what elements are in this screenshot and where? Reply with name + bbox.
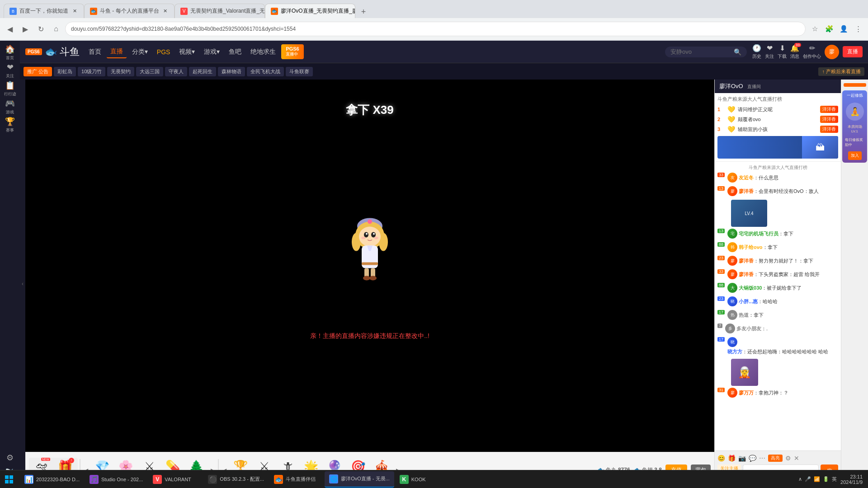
forward-button[interactable]: ▶ [19,23,32,35]
promo-7[interactable]: 森林物语 [218,67,245,76]
nav-game[interactable]: 游戏▾ [200,46,223,58]
app-icon-liaoyang: 🌐 [329,474,338,483]
chat-message-7: 88 大 大锅饭030：被子妮给拿下了 [717,283,838,293]
svg-point-5 [359,226,381,246]
nav-history-btn[interactable]: 🕐 历史 [752,44,761,60]
nav-live[interactable]: 直播 [107,46,127,58]
address-bar[interactable]: douyu.com/5976822?dyshid=db32180-8ae9a07… [65,22,806,36]
taskbar-lang-icon[interactable]: 英 [832,476,837,483]
avatar-7: 大 [727,283,737,293]
new-badge: NEW [41,458,50,461]
tab-close-baidu[interactable]: ✕ [71,8,78,15]
sidebar-item-games[interactable]: 🎮 游戏 [2,99,18,115]
sidebar-item-follow[interactable]: ❤ 关注 [2,62,18,79]
tab-liaoyang-active[interactable]: 🐟 廖洋OvO直播_无畏契约直播_廖... ✕ [265,4,355,18]
tab-valorant[interactable]: V 无畏契约直播_Valorant直播_无... ✕ [175,4,265,18]
bookmark-button[interactable]: ☆ [808,23,821,35]
taskbar-mic-icon[interactable]: 🎤 [805,476,811,482]
start-button[interactable] [0,470,18,488]
tab-baidu[interactable]: B 百度一下，你就知道 ✕ [4,4,84,18]
nav-survival[interactable]: 绝地求生 [247,46,279,58]
app-icon-douyu-companion: 🐟 [274,475,283,484]
search-input[interactable] [670,48,734,55]
content-area: ‹ 拿下 X39 [20,80,868,488]
camera-tool-button[interactable]: 📷 [738,455,746,462]
taskbar-app-douyu-companion[interactable]: 🐟 斗鱼直播伴侣 [269,471,324,488]
nav-video[interactable]: 视频▾ [175,46,198,58]
home-button[interactable]: ⌂ [50,23,62,35]
profile-button[interactable]: 👤 [837,23,850,35]
taskbar-wifi-icon[interactable]: 📶 [814,476,820,482]
promo-3[interactable]: 无畏契约 [107,67,134,76]
nav-search-box[interactable]: 🔍 [665,47,747,57]
tab-douyu-main[interactable]: 🐟 斗鱼 - 每个人的直播平台 ✕ [84,4,175,18]
avatar-1: 友 [727,173,737,183]
join-card-button[interactable]: 加入 [848,151,862,160]
tab-favicon-liaoyang: 🐟 [271,8,278,15]
svg-point-10 [361,236,366,239]
promo-5[interactable]: 守夜人 [165,67,187,76]
promo-4[interactable]: 大远三国 [136,67,163,76]
cultivation-card[interactable]: 一起修炼 🧘 本房间场 LV.1 每日修炼奖励中 加入 [842,90,867,163]
taskbar-app-obs[interactable]: ⚫ OBS 30.2.3 - 配置... [203,471,269,488]
taskbar-app-liaoyang[interactable]: 🌐 廖洋OvO直播 - 无畏... [325,471,394,488]
chat-message-10: 7 多 多友小朋友：. [717,324,838,333]
gift-tool-button[interactable]: 🎁 [728,455,736,462]
close-tool-button[interactable]: ✕ [794,455,799,462]
promo-6[interactable]: 起死回生 [189,67,216,76]
promo-1[interactable]: 彩虹岛 [54,67,76,76]
pgs-event-button[interactable]: PGS6 直播中 [281,44,303,59]
chat-message-11: 17 晓 晓方方：还会想起地嗨：哈哈哈哈哈哈哈 哈哈 [717,337,838,355]
menu-button[interactable]: ⋮ [852,23,864,35]
nav-home[interactable]: 首页 [85,46,105,58]
promo-9[interactable]: 斗鱼联赛 [286,67,313,76]
card-title: 一起修炼 [847,93,863,99]
promo-cta[interactable]: ↑ 产粮后来看直播 [818,67,864,76]
nav-download-btn[interactable]: ⬇ 下载 [778,44,787,60]
avatar-4: 韩 [727,242,737,252]
taskbar-app-kook[interactable]: K KOOK [395,471,449,488]
user-avatar[interactable]: 廖 [825,45,839,59]
video-player: 拿下 X39 [25,80,714,452]
new-tab-button[interactable]: + [357,5,370,18]
chat-messages-area: 斗鱼产粮来源大人气直播打榜 33 友 友近冬：什么意思 13 [715,162,841,450]
taskbar-app-bao[interactable]: 📊 20322320-BAO D... [20,471,84,488]
nav-message-btn[interactable]: 🔔 消息 33 [790,44,799,60]
tab-close-douyu[interactable]: ✕ [162,8,169,15]
sidebar-item-history[interactable]: 📋 行行迹 [2,80,18,97]
nav-create-btn[interactable]: ✏ 创作中心 [803,44,821,60]
promo-ad[interactable]: 推广 公告 [24,67,52,76]
sidebar-item-home[interactable]: 🏠 首页 [2,44,18,61]
reload-button[interactable]: ↻ [34,23,47,35]
svg-point-9 [373,233,375,235]
taskbar-expand-icon[interactable]: ∧ [798,476,802,482]
settings-tool-button[interactable]: ⚙ [785,455,791,462]
taskbar-battery-icon[interactable]: 🔋 [823,476,829,482]
app-label-studio: Studio One - 202... [101,477,143,482]
sidebar-item-settings[interactable]: ⚙ [2,450,18,466]
taskbar-app-valorant[interactable]: V VALORANT [148,471,203,488]
svg-rect-22 [5,480,9,483]
taskbar-app-studio[interactable]: 🎵 Studio One - 202... [85,471,147,488]
chat-header: 廖洋OvO 直播间 [715,80,841,93]
nav-follow-btn[interactable]: ❤ 关注 [765,44,774,60]
more-tool-button[interactable]: ⋯ [759,455,765,462]
bullet-tool-button[interactable]: 💬 [749,455,756,462]
app-label-bao: 20322320-BAO D... [36,477,80,482]
sidebar-item-esports[interactable]: 🏆 赛事 [2,117,18,133]
nav-fishbar[interactable]: 鱼吧 [225,46,245,58]
go-live-button[interactable]: 直播 [843,46,863,57]
highlight-btn[interactable]: 高亮 [768,455,783,462]
promo-8[interactable]: 全民飞机大战 [247,67,284,76]
nav-logo[interactable]: PGS6 🐟 斗鱼 [25,45,80,59]
search-button[interactable]: 🔍 [734,48,741,56]
extension-button[interactable]: 🧩 [823,23,835,35]
nav-category[interactable]: 分类▾ [128,46,151,58]
promo-2[interactable]: 10级刀竹 [78,67,105,76]
chat-message-9: 17 热 热道：拿下 [717,310,838,320]
emoji-button[interactable]: 😊 [717,455,725,462]
back-button[interactable]: ◀ [4,23,16,35]
svg-point-8 [366,233,368,235]
nav-pgs[interactable]: PGS [153,47,174,57]
sidebar-collapse-button[interactable]: ‹ [20,80,25,488]
